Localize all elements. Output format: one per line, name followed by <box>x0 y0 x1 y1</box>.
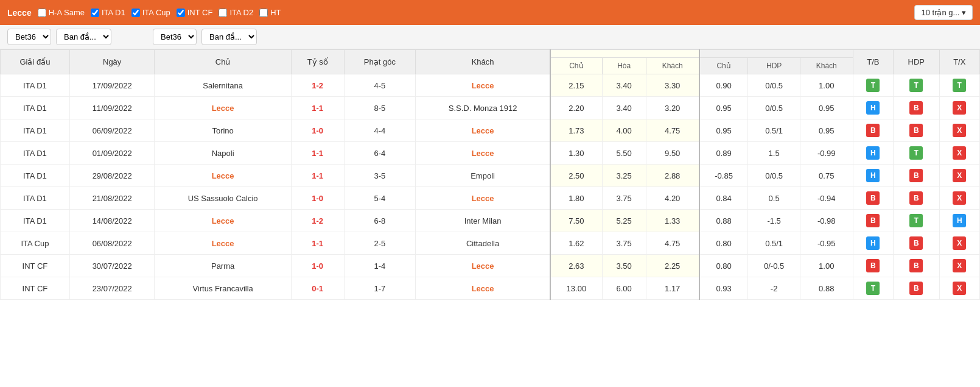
cell-chu-odds: 2.63 <box>550 255 602 277</box>
cell-hdp-badge: B <box>893 97 939 119</box>
type-select-1[interactable]: Ban đầ... <box>56 29 111 45</box>
filter-ita-cup[interactable]: ITA Cup <box>131 8 170 17</box>
filter-ht-checkbox[interactable] <box>259 9 268 17</box>
cell-khach: Lecce <box>416 119 550 142</box>
cell-phat-goc: 3-5 <box>344 165 416 187</box>
cell-khach: Lecce <box>416 277 550 300</box>
cell-giai-dau: INT CF <box>1 255 70 277</box>
filter-ha-same[interactable]: H-A Same <box>38 8 85 17</box>
filter-ita-d2-checkbox[interactable] <box>219 9 227 17</box>
cell-tx-badge: X <box>939 232 979 255</box>
team-away: Lecce <box>472 194 494 203</box>
cell-hoa-odds: 3.50 <box>602 255 646 277</box>
filter-ht[interactable]: HT <box>259 8 281 17</box>
cell-chu-hdp: 0.90 <box>699 74 748 97</box>
cell-chu: US Sassuolo Calcio <box>155 187 291 210</box>
cell-chu: Lecce <box>155 97 291 119</box>
cell-chu: Parma <box>155 255 291 277</box>
col-chu-sub2: Chủ <box>699 58 748 74</box>
tx-badge: X <box>953 146 966 160</box>
team-away: Empoli <box>471 171 495 180</box>
header-row-main: Giải đấu Ngày Chủ Tỷ số Phạt góc Khách T… <box>1 50 980 58</box>
cell-hoa-odds: 5.25 <box>602 210 646 232</box>
hdp-badge: B <box>909 124 923 137</box>
cell-khach-hdp: 0.95 <box>800 97 853 119</box>
cell-tx-badge: X <box>939 142 979 165</box>
cell-chu-hdp: -0.85 <box>699 165 748 187</box>
cell-chu-hdp: 0.84 <box>699 187 748 210</box>
filter-ha-same-checkbox[interactable] <box>38 9 46 17</box>
tb-badge: H <box>866 169 880 182</box>
cell-giai-dau: INT CF <box>1 277 70 300</box>
filter-int-cf[interactable]: INT CF <box>177 8 213 17</box>
cell-ngay: 21/08/2022 <box>69 187 155 210</box>
cell-phat-goc: 6-4 <box>344 142 416 165</box>
cell-hdp-val: 0.5/1 <box>748 232 800 255</box>
cell-ty-so: 1-0 <box>291 187 344 210</box>
team-home: Lecce <box>212 239 234 248</box>
tx-badge: T <box>953 79 966 92</box>
odds-bar: Bet36 Ban đầ... Bet36 Ban đầ... <box>0 25 980 49</box>
table-row: ITA D1 14/08/2022 Lecce 1-2 6-8 Inter Mi… <box>1 210 980 232</box>
team-home: Virtus Francavilla <box>192 284 253 293</box>
team-away: Lecce <box>472 126 494 135</box>
cell-khach-hdp: -0.95 <box>800 232 853 255</box>
cell-tb-badge: H <box>853 232 893 255</box>
filter-int-cf-checkbox[interactable] <box>177 9 185 17</box>
cell-ngay: 29/08/2022 <box>69 165 155 187</box>
cell-chu-hdp: 0.95 <box>699 97 748 119</box>
table-row: INT CF 30/07/2022 Parma 1-0 1-4 Lecce 2.… <box>1 255 980 277</box>
cell-chu-odds: 2.15 <box>550 74 602 97</box>
cell-giai-dau: ITA D1 <box>1 97 70 119</box>
tx-badge: H <box>953 214 966 227</box>
col-hdp-sub: HDP <box>748 58 800 74</box>
cell-khach: Lecce <box>416 187 550 210</box>
table-row: INT CF 23/07/2022 Virtus Francavilla 0-1… <box>1 277 980 300</box>
filter-ita-d1-label: ITA D1 <box>102 8 125 17</box>
cell-phat-goc: 6-8 <box>344 210 416 232</box>
cell-chu-hdp: 0.80 <box>699 255 748 277</box>
cell-tb-badge: B <box>853 187 893 210</box>
filter-ita-d1-checkbox[interactable] <box>91 9 99 17</box>
tb-badge: H <box>866 146 880 160</box>
cell-chu: Lecce <box>155 210 291 232</box>
cell-phat-goc: 5-4 <box>344 187 416 210</box>
cell-chu-odds: 13.00 <box>550 277 602 300</box>
cell-chu-odds: 7.50 <box>550 210 602 232</box>
filter-ita-cup-checkbox[interactable] <box>131 9 140 17</box>
cell-chu-hdp: 0.88 <box>699 210 748 232</box>
cell-khach-odds: 9.50 <box>646 142 699 165</box>
cell-khach-odds: 1.33 <box>646 210 699 232</box>
matches-dropdown[interactable]: 10 trận g... ▾ <box>914 5 973 20</box>
cell-chu-hdp: 0.89 <box>699 142 748 165</box>
filter-ita-d2[interactable]: ITA D2 <box>219 8 253 17</box>
tx-badge: X <box>953 101 966 115</box>
cell-tx-badge: T <box>939 74 979 97</box>
cell-hdp-badge: T <box>893 210 939 232</box>
cell-khach-odds: 2.88 <box>646 165 699 187</box>
col-chu: Chủ <box>155 50 291 74</box>
cell-chu: Salernitana <box>155 74 291 97</box>
bet-select-1[interactable]: Bet36 <box>7 29 51 45</box>
cell-hdp-badge: B <box>893 187 939 210</box>
table-row: ITA D1 21/08/2022 US Sassuolo Calcio 1-0… <box>1 187 980 210</box>
bet-select-2[interactable]: Bet36 <box>153 29 197 45</box>
team-away: Lecce <box>472 261 494 271</box>
cell-khach-odds: 2.25 <box>646 255 699 277</box>
cell-khach: Empoli <box>416 165 550 187</box>
hdp-badge: T <box>909 79 923 92</box>
filter-ita-d1[interactable]: ITA D1 <box>91 8 125 17</box>
cell-khach-odds: 4.75 <box>646 232 699 255</box>
cell-ty-so: 1-1 <box>291 142 344 165</box>
hdp-badge: B <box>909 101 923 115</box>
cell-hdp-val: 0/-0.5 <box>748 255 800 277</box>
hdp-badge: B <box>909 282 923 295</box>
cell-hdp-val: 0/0.5 <box>748 74 800 97</box>
cell-ngay: 17/09/2022 <box>69 74 155 97</box>
cell-hoa-odds: 3.75 <box>602 232 646 255</box>
cell-khach-hdp: -0.98 <box>800 210 853 232</box>
cell-khach: Lecce <box>416 142 550 165</box>
cell-giai-dau: ITA D1 <box>1 119 70 142</box>
cell-chu-hdp: 0.93 <box>699 277 748 300</box>
type-select-2[interactable]: Ban đầ... <box>201 29 257 45</box>
